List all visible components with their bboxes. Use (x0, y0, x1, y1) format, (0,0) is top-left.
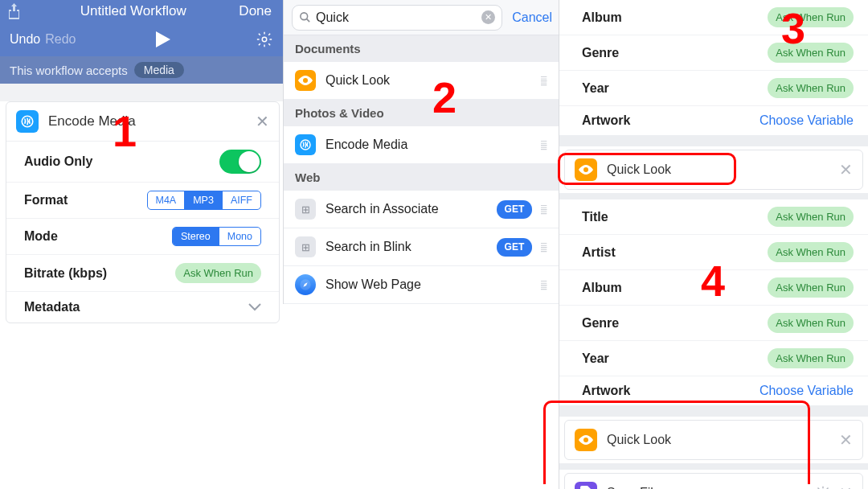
artist-label: Artist (582, 245, 768, 260)
settings-icon[interactable] (251, 31, 273, 48)
title-label: Title (582, 210, 768, 224)
share-icon[interactable] (0, 3, 27, 19)
quick-look-card-1: Quick Look ✕ (564, 150, 863, 190)
drag-handle-icon[interactable]: ≡≡ (540, 141, 547, 149)
mode-label: Mode (24, 229, 172, 244)
format-label: Format (24, 193, 147, 208)
drag-handle-icon[interactable]: ≡≡ (540, 76, 547, 84)
mode-stereo[interactable]: Stereo (173, 228, 219, 245)
action-quick-look[interactable]: Quick Look ≡≡ (284, 62, 559, 100)
eye-icon (575, 158, 597, 181)
ask-pill[interactable]: Ask When Run (768, 207, 854, 227)
action-label: Encode Media (326, 138, 532, 152)
section-photos: Photos & Video (284, 100, 559, 126)
drag-handle-icon[interactable]: ≡≡ (540, 243, 547, 251)
ask-pill[interactable]: Ask When Run (768, 313, 854, 333)
action-label: Search in Blink (326, 240, 497, 254)
play-button[interactable] (76, 31, 252, 47)
search-input-container[interactable]: ✕ (292, 5, 502, 31)
ask-pill[interactable]: Ask When Run (768, 242, 854, 262)
card-title: Quick Look (607, 433, 839, 447)
encode-media-icon (295, 134, 316, 155)
audio-only-label: Audio Only (24, 154, 219, 169)
card-close-icon[interactable]: ✕ (256, 112, 269, 131)
card-close-icon[interactable]: ✕ (839, 483, 853, 489)
safari-icon (295, 274, 316, 295)
quick-look-card-2: Quick Look ✕ (564, 420, 863, 460)
card-close-icon[interactable]: ✕ (839, 160, 853, 179)
mode-mono[interactable]: Mono (219, 228, 260, 245)
get-pill[interactable]: GET (497, 200, 533, 219)
get-pill[interactable]: GET (497, 238, 533, 257)
choose-variable-button[interactable]: Choose Variable (760, 384, 854, 398)
card-title: Encode Media (48, 113, 256, 129)
accepts-type-pill[interactable]: Media (134, 62, 184, 78)
encode-media-icon (16, 110, 39, 133)
card-title: Save File (607, 486, 815, 489)
bitrate-value-pill[interactable]: Ask When Run (175, 263, 261, 283)
year-label: Year (582, 81, 768, 96)
action-label: Show Web Page (326, 277, 532, 292)
genre-label: Genre (582, 316, 768, 331)
card-close-icon[interactable]: ✕ (839, 430, 853, 450)
action-show-web-page[interactable]: Show Web Page ≡≡ (284, 266, 559, 304)
action-search-blink[interactable]: ⊞ Search in Blink GET ≡≡ (284, 228, 559, 266)
encode-media-card: Encode Media ✕ Audio Only Format M4A MP3… (6, 101, 280, 323)
ask-pill[interactable]: Ask When Run (768, 78, 854, 98)
audio-only-toggle[interactable] (219, 150, 261, 174)
chevron-down-icon[interactable] (248, 303, 261, 311)
workflow-title: Untitled Workflow (27, 3, 239, 19)
cancel-button[interactable]: Cancel (512, 10, 552, 25)
action-search-associate[interactable]: ⊞ Search in Associate GET ≡≡ (284, 191, 559, 228)
ask-pill[interactable]: Ask When Run (768, 348, 854, 368)
accepts-bar: This workflow accepts Media (0, 56, 283, 84)
file-icon (575, 482, 597, 489)
format-aiff[interactable]: AIFF (222, 191, 260, 209)
bitrate-label: Bitrate (kbps) (24, 266, 175, 281)
section-documents: Documents (284, 35, 559, 62)
grid-icon: ⊞ (295, 199, 316, 220)
choose-variable-button[interactable]: Choose Variable (760, 113, 854, 128)
search-icon (299, 11, 311, 23)
format-segmented[interactable]: M4A MP3 AIFF (147, 191, 262, 210)
metadata-label: Metadata (24, 300, 248, 314)
search-input[interactable] (316, 10, 481, 25)
card-title: Quick Look (607, 162, 839, 177)
done-button[interactable]: Done (239, 3, 283, 19)
save-file-card: Save File ✕ (564, 473, 863, 489)
redo-button: Redo (45, 32, 76, 47)
format-mp3[interactable]: MP3 (184, 191, 222, 209)
clear-search-icon[interactable]: ✕ (481, 10, 495, 24)
drag-handle-icon[interactable]: ≡≡ (540, 281, 547, 289)
artwork-label: Artwork (582, 113, 760, 128)
gear-icon[interactable] (815, 485, 831, 489)
grid-icon: ⊞ (295, 236, 316, 257)
year-label: Year (582, 351, 768, 366)
mode-segmented[interactable]: Stereo Mono (172, 227, 261, 246)
genre-label: Genre (582, 46, 768, 60)
svg-point-0 (262, 37, 267, 42)
ask-pill[interactable]: Ask When Run (768, 43, 854, 63)
artwork-label: Artwork (582, 384, 760, 398)
action-encode-media[interactable]: Encode Media ≡≡ (284, 126, 559, 164)
album-label: Album (582, 281, 768, 295)
ask-pill[interactable]: Ask When Run (768, 277, 854, 298)
drag-handle-icon[interactable]: ≡≡ (540, 205, 547, 213)
eye-icon (295, 70, 316, 91)
album-label: Album (582, 10, 768, 25)
undo-button[interactable]: Undo (10, 32, 40, 47)
ask-pill[interactable]: Ask When Run (768, 7, 854, 27)
action-label: Quick Look (326, 73, 532, 88)
action-label: Search in Associate (326, 202, 497, 216)
accepts-label: This workflow accepts (10, 64, 128, 77)
svg-point-2 (301, 13, 308, 20)
format-m4a[interactable]: M4A (148, 191, 185, 209)
eye-icon (575, 429, 597, 451)
section-web: Web (284, 164, 559, 191)
